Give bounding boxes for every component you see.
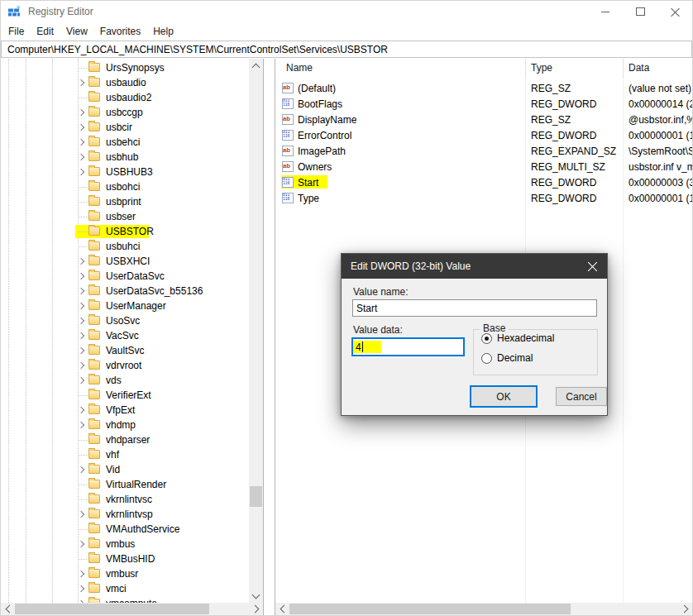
scroll-up-button[interactable] xyxy=(249,59,263,73)
tree-item-USBXHCI[interactable]: USBXHCI xyxy=(1,254,249,269)
tree-item-USBHUB3[interactable]: USBHUB3 xyxy=(1,165,249,179)
value-row-Type[interactable]: 011110TypeREG_DWORD0x00000001 (1) xyxy=(275,190,692,206)
tree-item-usbaudio[interactable]: usbaudio xyxy=(1,75,249,90)
tree-item-VaultSvc[interactable]: VaultSvc xyxy=(1,343,249,358)
minimize-button[interactable] xyxy=(588,1,623,22)
tree-item-UrsSynopsys[interactable]: UrsSynopsys xyxy=(1,60,249,75)
expand-chevron-icon[interactable] xyxy=(78,585,84,592)
tree-item-vhf[interactable]: vhf xyxy=(1,447,249,462)
values-hscroll-thumb[interactable] xyxy=(289,604,571,614)
folder-icon xyxy=(88,509,100,518)
expand-chevron-icon[interactable] xyxy=(78,258,84,265)
expand-chevron-icon[interactable] xyxy=(78,541,84,547)
menu-favorites[interactable]: Favorites xyxy=(100,26,141,37)
value-row-ImagePath[interactable]: abImagePathREG_EXPAND_SZ\SystemRoot\S xyxy=(275,143,692,159)
value-row-ErrorControl[interactable]: 011110ErrorControlREG_DWORD0x00000001 (1… xyxy=(275,127,692,143)
values-horizontal-scrollbar[interactable] xyxy=(275,603,692,615)
expand-chevron-icon[interactable] xyxy=(78,169,84,175)
tree-item-vds[interactable]: vds xyxy=(1,373,249,388)
tree-item-UsoSvc[interactable]: UsoSvc xyxy=(1,313,249,328)
expand-chevron-icon[interactable] xyxy=(78,288,84,294)
expand-chevron-icon[interactable] xyxy=(78,318,84,324)
maximize-button[interactable] xyxy=(623,1,657,22)
expand-chevron-icon[interactable] xyxy=(78,407,84,413)
address-bar[interactable]: Computer\HKEY_LOCAL_MACHINE\SYSTEM\Curre… xyxy=(1,41,692,58)
string-value-icon: ab xyxy=(282,161,294,172)
tree-item-UserDataSvc[interactable]: UserDataSvc xyxy=(1,269,249,284)
hexadecimal-option[interactable]: Hexadecimal xyxy=(481,332,554,344)
tree-item-VirtualRender[interactable]: VirtualRender xyxy=(1,477,249,492)
value-name-input[interactable]: Start xyxy=(352,299,597,317)
tree-item-usbhub[interactable]: usbhub xyxy=(1,150,249,165)
expand-chevron-icon[interactable] xyxy=(78,377,84,384)
hexadecimal-radio[interactable] xyxy=(481,333,492,344)
tree-item-vmbus[interactable]: vmbus xyxy=(1,537,249,552)
decimal-option[interactable]: Decimal xyxy=(481,352,533,364)
tree-item-UserManager[interactable]: UserManager xyxy=(1,298,249,313)
tree-item-usbcir[interactable]: usbcir xyxy=(1,120,249,135)
expand-chevron-icon[interactable] xyxy=(78,139,84,146)
scroll-right-button[interactable] xyxy=(249,603,263,615)
expand-chevron-icon[interactable] xyxy=(78,511,84,518)
scroll-down-button[interactable] xyxy=(249,589,263,603)
menu-file[interactable]: File xyxy=(8,26,24,37)
expand-chevron-icon[interactable] xyxy=(78,124,84,131)
expand-chevron-icon[interactable] xyxy=(78,332,84,339)
expand-chevron-icon[interactable] xyxy=(78,422,84,428)
tree-item-USBSTOR[interactable]: USBSTOR xyxy=(1,224,249,239)
tree-horizontal-scrollbar[interactable] xyxy=(1,603,263,615)
tree-connector xyxy=(78,68,87,69)
close-button[interactable] xyxy=(657,1,692,22)
tree-item-usbohci[interactable]: usbohci xyxy=(1,179,249,194)
tree-hscroll-thumb[interactable] xyxy=(15,604,209,614)
menu-help[interactable]: Help xyxy=(153,26,174,37)
expand-chevron-icon[interactable] xyxy=(78,347,84,354)
value-data-input[interactable]: 4 xyxy=(351,337,465,356)
expand-chevron-icon[interactable] xyxy=(78,571,84,577)
expand-chevron-icon[interactable] xyxy=(78,303,84,309)
expand-chevron-icon[interactable] xyxy=(78,109,84,116)
scroll-right-button[interactable] xyxy=(678,603,692,615)
scroll-left-button[interactable] xyxy=(275,603,289,615)
tree-item-vmcompute[interactable]: vmcompute xyxy=(1,596,249,603)
menu-view[interactable]: View xyxy=(66,26,88,37)
tree-item-vhdmp[interactable]: vhdmp xyxy=(1,418,249,432)
tree-item-VfpExt[interactable]: VfpExt xyxy=(1,403,249,418)
decimal-radio[interactable] xyxy=(481,353,492,364)
ok-button[interactable]: OK xyxy=(470,385,538,408)
tree-item-vmbusr[interactable]: vmbusr xyxy=(1,566,249,581)
expand-chevron-icon[interactable] xyxy=(78,466,84,473)
tree-item-vmci[interactable]: vmci xyxy=(1,581,249,596)
tree-item-VacSvc[interactable]: VacSvc xyxy=(1,328,249,343)
tree-item-usbuhci[interactable]: usbuhci xyxy=(1,239,249,254)
tree-item-usbser[interactable]: usbser xyxy=(1,209,249,224)
cancel-button[interactable]: Cancel xyxy=(556,387,607,406)
value-row-BootFlags[interactable]: 011110BootFlagsREG_DWORD0x00000014 (20 xyxy=(275,96,692,112)
tree-item-VMBusHID[interactable]: VMBusHID xyxy=(1,552,249,566)
tree-item-usbaudio2[interactable]: usbaudio2 xyxy=(1,90,249,105)
expand-chevron-icon[interactable] xyxy=(78,273,84,279)
tree-item-usbehci[interactable]: usbehci xyxy=(1,135,249,150)
tree-item-vhdparser[interactable]: vhdparser xyxy=(1,432,249,447)
tree-item-Vid[interactable]: Vid xyxy=(1,462,249,477)
dialog-close-icon[interactable] xyxy=(587,261,597,271)
expand-chevron-icon[interactable] xyxy=(78,79,84,86)
tree-vertical-scrollbar[interactable] xyxy=(249,59,263,603)
tree-item-VMAuthdService[interactable]: VMAuthdService xyxy=(1,522,249,537)
value-row-DisplayName[interactable]: abDisplayNameREG_SZ@usbstor.inf,% xyxy=(275,112,692,127)
tree-item-usbccgp[interactable]: usbccgp xyxy=(1,105,249,120)
tree-item-UserDataSvc_b55136[interactable]: UserDataSvc_b55136 xyxy=(1,284,249,298)
expand-chevron-icon[interactable] xyxy=(78,362,84,369)
value-row-Owners[interactable]: abOwnersREG_MULTI_SZusbstor.inf v_m xyxy=(275,159,692,174)
value-row-(Default)[interactable]: ab(Default)REG_SZ(value not set) xyxy=(275,80,692,96)
menu-edit[interactable]: Edit xyxy=(36,26,54,37)
value-row-Start[interactable]: 011110StartREG_DWORD0x00000003 (3) xyxy=(275,174,692,190)
tree-item-vkrnlintvsp[interactable]: vkrnlintvsp xyxy=(1,507,249,522)
tree-item-VerifierExt[interactable]: VerifierExt xyxy=(1,388,249,403)
scroll-left-button[interactable] xyxy=(1,603,15,615)
tree-vscroll-thumb[interactable] xyxy=(250,486,262,507)
expand-chevron-icon[interactable] xyxy=(78,154,84,160)
tree-item-usbprint[interactable]: usbprint xyxy=(1,194,249,209)
tree-item-vdrvroot[interactable]: vdrvroot xyxy=(1,358,249,373)
tree-item-vkrnlintvsc[interactable]: vkrnlintvsc xyxy=(1,492,249,507)
